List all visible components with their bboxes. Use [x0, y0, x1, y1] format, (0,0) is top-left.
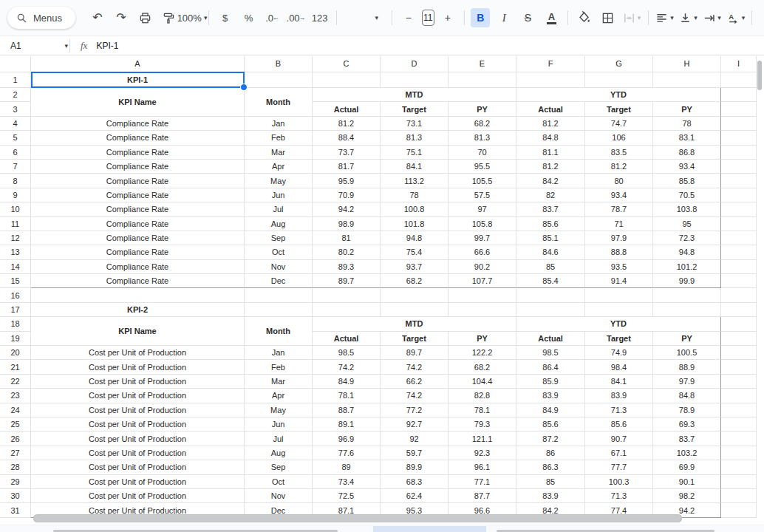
- cell-C25[interactable]: 89.1: [313, 417, 381, 432]
- cell-G28[interactable]: 77.7: [585, 460, 653, 474]
- undo-button[interactable]: ↶: [88, 8, 107, 27]
- cell-B10[interactable]: Jul: [245, 202, 313, 216]
- font-dropdown[interactable]: ▾: [366, 8, 385, 27]
- cell-F13[interactable]: 84.6: [516, 245, 585, 259]
- cell-D17[interactable]: [381, 303, 448, 317]
- cell-F25[interactable]: 85.6: [516, 417, 585, 432]
- cell-I6[interactable]: [721, 146, 757, 160]
- cell-B25[interactable]: Jun: [245, 417, 313, 432]
- cell-A13[interactable]: Compliance Rate: [31, 245, 245, 259]
- cell-E10[interactable]: 97: [448, 202, 516, 216]
- cell-G10[interactable]: 78.7: [585, 202, 653, 216]
- cell-G1[interactable]: [585, 72, 653, 89]
- cell-I27[interactable]: [721, 446, 757, 460]
- cell-I11[interactable]: [721, 217, 757, 231]
- fill-color-button[interactable]: [575, 8, 594, 27]
- cell-F7[interactable]: 81.2: [516, 160, 585, 174]
- header-mtd-py[interactable]: PY: [448, 102, 516, 116]
- cell-I4[interactable]: [721, 117, 757, 131]
- cell-D9[interactable]: 78: [381, 188, 448, 202]
- header-mtd-py[interactable]: PY: [448, 332, 516, 346]
- select-all-corner[interactable]: [0, 56, 31, 72]
- cell-D16[interactable]: [381, 288, 448, 302]
- decrease-decimal-button[interactable]: .0←: [263, 8, 282, 27]
- cell-C10[interactable]: 94.2: [313, 202, 381, 216]
- vertical-scrollbar[interactable]: [757, 61, 762, 90]
- menus-button[interactable]: Menus: [7, 7, 75, 29]
- cell-I28[interactable]: [721, 460, 757, 474]
- cell-B7[interactable]: Apr: [245, 160, 313, 174]
- name-box[interactable]: A1 ▾: [0, 41, 68, 51]
- cell-H1[interactable]: [653, 72, 721, 89]
- row-header-2[interactable]: 2: [0, 88, 31, 102]
- row-header-18[interactable]: 18: [0, 317, 31, 331]
- cell-I3[interactable]: [721, 102, 757, 116]
- cell-H17[interactable]: [653, 303, 721, 317]
- vertical-align-button[interactable]: ▾: [678, 8, 698, 27]
- row-header-21[interactable]: 21: [0, 360, 31, 374]
- cell-E8[interactable]: 105.5: [448, 174, 516, 188]
- row-header-12[interactable]: 12: [0, 231, 31, 245]
- cell-D21[interactable]: 74.2: [381, 360, 448, 374]
- cell-H23[interactable]: 84.8: [653, 389, 721, 403]
- cell-A15[interactable]: Compliance Rate: [31, 274, 245, 288]
- cell-A21[interactable]: Cost per Unit of Production: [31, 360, 245, 374]
- cell-G23[interactable]: 83.9: [585, 389, 653, 403]
- number-format-button[interactable]: 123: [310, 8, 330, 27]
- cell-A6[interactable]: Compliance Rate: [31, 146, 245, 160]
- cell-F1[interactable]: [516, 72, 585, 89]
- cell-E29[interactable]: 77.1: [448, 475, 516, 489]
- horizontal-scrollbar[interactable]: [33, 514, 682, 522]
- cell-H20[interactable]: 100.5: [653, 346, 721, 360]
- column-header-A[interactable]: A: [31, 56, 245, 72]
- cell-E26[interactable]: 121.1: [448, 432, 516, 446]
- row-header-14[interactable]: 14: [0, 260, 31, 274]
- cell-B24[interactable]: May: [245, 403, 313, 417]
- cell-B1[interactable]: [245, 72, 313, 89]
- cell-F6[interactable]: 81.1: [516, 146, 585, 160]
- cell-A26[interactable]: Cost per Unit of Production: [31, 432, 245, 446]
- cell-C23[interactable]: 78.1: [313, 389, 381, 403]
- cell-I22[interactable]: [721, 375, 757, 389]
- cell-G24[interactable]: 71.3: [585, 403, 653, 417]
- cell-H30[interactable]: 98.2: [653, 489, 721, 503]
- row-header-16[interactable]: 16: [0, 288, 31, 302]
- cell-F10[interactable]: 83.7: [516, 202, 585, 216]
- row-header-11[interactable]: 11: [0, 217, 31, 231]
- row-header-31[interactable]: 31: [0, 503, 31, 517]
- row-header-7[interactable]: 7: [0, 160, 31, 174]
- cell-C20[interactable]: 98.5: [313, 346, 381, 360]
- row-header-26[interactable]: 26: [0, 432, 31, 446]
- cell-H15[interactable]: 99.9: [653, 274, 721, 288]
- cell-C12[interactable]: 81: [313, 231, 381, 245]
- cell-C29[interactable]: 73.4: [313, 475, 381, 489]
- cell-G5[interactable]: 106: [585, 131, 653, 145]
- header-ytd-py[interactable]: PY: [653, 102, 721, 116]
- cell-A9[interactable]: Compliance Rate: [31, 188, 245, 202]
- cell-H8[interactable]: 85.8: [653, 174, 721, 188]
- cell-E28[interactable]: 96.1: [448, 460, 516, 474]
- cell-E15[interactable]: 107.7: [448, 274, 516, 288]
- header-kpi-name[interactable]: KPI Name: [31, 88, 245, 117]
- column-header-E[interactable]: E: [448, 56, 516, 72]
- row-header-24[interactable]: 24: [0, 403, 31, 417]
- row-header-3[interactable]: 3: [0, 102, 31, 116]
- column-header-G[interactable]: G: [585, 56, 653, 72]
- row-header-9[interactable]: 9: [0, 188, 31, 202]
- cell-E30[interactable]: 87.7: [448, 489, 516, 503]
- cell-D14[interactable]: 93.7: [381, 260, 448, 274]
- cell-E7[interactable]: 95.5: [448, 160, 516, 174]
- cell-I1[interactable]: [721, 72, 757, 89]
- cell-C30[interactable]: 72.5: [313, 489, 381, 503]
- cell-C8[interactable]: 95.9: [313, 174, 381, 188]
- cell-D23[interactable]: 74.2: [381, 389, 448, 403]
- cell-E20[interactable]: 122.2: [448, 346, 516, 360]
- cell-A14[interactable]: Compliance Rate: [31, 260, 245, 274]
- cell-G4[interactable]: 74.7: [585, 117, 653, 131]
- cell-G22[interactable]: 84.1: [585, 375, 653, 389]
- cell-E23[interactable]: 82.8: [448, 389, 516, 403]
- cell-B26[interactable]: Jul: [245, 432, 313, 446]
- increase-font-size-button[interactable]: +: [438, 8, 457, 27]
- cell-G14[interactable]: 93.5: [585, 260, 653, 274]
- row-header-5[interactable]: 5: [0, 131, 31, 145]
